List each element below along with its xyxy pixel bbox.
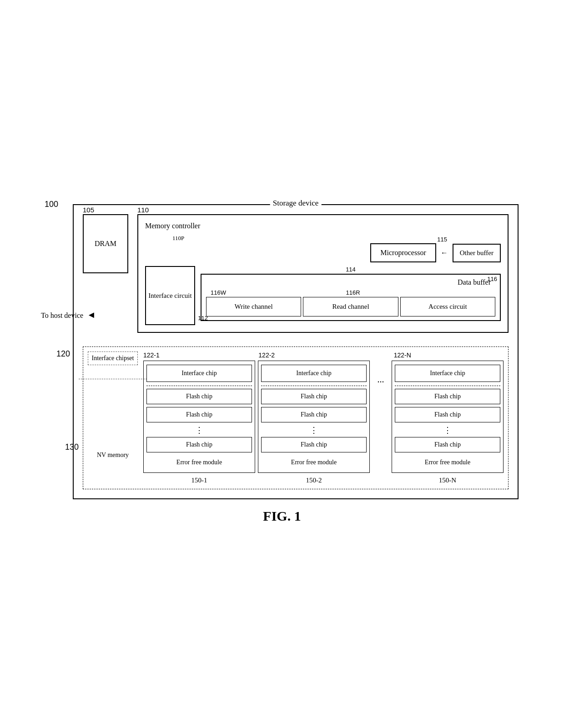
flash-chip-coln-2: Flash chip	[395, 407, 500, 422]
label-150-1: 150-1	[143, 477, 255, 484]
label-150-2: 150-2	[258, 477, 370, 484]
flash-chip-col1-n: Flash chip	[146, 437, 252, 452]
microprocessor-box: Microprocessor	[370, 243, 436, 262]
label-122-1: 122-1	[143, 351, 253, 359]
storage-device-label: Storage device	[270, 199, 322, 208]
data-buffer-box: 116 Data buffer 116W 116R	[201, 274, 501, 321]
data-buffer-label: Data buffer	[206, 278, 495, 286]
dots-col1: ⋮	[146, 425, 252, 435]
host-device-label: To host device ◄	[41, 309, 96, 321]
access-circuit-box: Access circuit	[400, 297, 495, 316]
label-105: 105	[83, 206, 94, 214]
other-buffer-box: Other buffer	[453, 244, 501, 262]
dram-box: DRAM	[83, 214, 128, 273]
arrow-left-micro: ←	[441, 249, 448, 257]
page: To host device ◄ 100 Storage device 105 …	[32, 186, 532, 542]
memory-controller-box: Memory controller 110P 115 Microprocesso…	[137, 214, 509, 333]
label-120: 120	[56, 349, 70, 359]
memory-controller-label: Memory controller	[145, 222, 501, 230]
interface-chipset-label: Interface chipset	[88, 351, 138, 365]
label-110: 110	[137, 206, 149, 214]
error-free-col2: Error free module	[261, 456, 367, 469]
interface-chip-col2: Interface chip	[261, 365, 367, 382]
label-116w: 116W	[206, 289, 306, 296]
label-115: 115	[437, 236, 447, 243]
label-130: 130	[65, 442, 79, 452]
dots-col2: ⋮	[261, 425, 367, 435]
flash-chip-col1-2: Flash chip	[146, 407, 252, 422]
label-110p: 110P	[172, 235, 501, 242]
label-114: 114	[201, 266, 501, 273]
label-122-2: 122-2	[258, 351, 368, 359]
read-channel-box: Read channel	[303, 297, 398, 316]
label-100: 100	[45, 200, 58, 209]
dots-between-cols: ...	[373, 361, 389, 385]
flash-chip-coln-1: Flash chip	[395, 389, 500, 404]
module-col-1: Interface chip Flash chip F	[143, 361, 255, 473]
write-channel-box: Write channel	[206, 297, 301, 316]
interface-circuit-box: Interface circuit	[145, 266, 195, 325]
flash-chip-col2-1: Flash chip	[261, 389, 367, 404]
interface-chip-col1: Interface chip	[146, 365, 252, 382]
interface-chip-coln: Interface chip	[395, 365, 500, 382]
fig-label: FIG. 1	[45, 508, 519, 524]
storage-device-box: Storage device 105 DRAM 110 Memo	[73, 204, 519, 499]
module-col-n: Interface chip Flash chip Flash chip	[392, 361, 504, 473]
module-col-2: Interface chip Flash chip Flash chip	[258, 361, 370, 473]
label-122-n: 122-N	[394, 351, 504, 359]
label-150-n: 150-N	[392, 477, 504, 484]
label-116: 116	[487, 276, 497, 282]
flash-chip-col2-2: Flash chip	[261, 407, 367, 422]
nv-memory-label: NV memory	[88, 452, 138, 459]
flash-chip-col2-n: Flash chip	[261, 437, 367, 452]
error-free-col1: Error free module	[146, 456, 252, 469]
label-116r: 116R	[306, 289, 401, 296]
dots-coln: ⋮	[395, 425, 500, 435]
flash-chip-col1-1: Flash chip	[146, 389, 252, 404]
error-free-coln: Error free module	[395, 456, 500, 469]
flash-chip-coln-n: Flash chip	[395, 437, 500, 452]
